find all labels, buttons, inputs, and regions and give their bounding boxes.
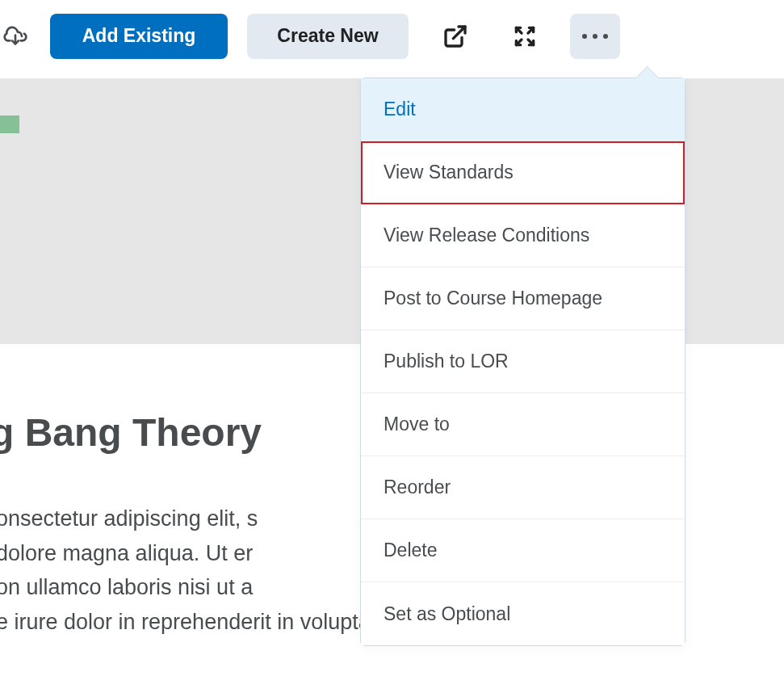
more-icon bbox=[582, 34, 608, 39]
menu-item-publish-to-lor[interactable]: Publish to LOR bbox=[361, 330, 685, 393]
menu-item-view-standards[interactable]: View Standards bbox=[361, 141, 685, 204]
create-new-button[interactable]: Create New bbox=[247, 14, 409, 59]
svg-line-1 bbox=[453, 27, 465, 39]
bookmark-stub bbox=[0, 115, 19, 133]
menu-item-move-to[interactable]: Move to bbox=[361, 393, 685, 456]
menu-item-post-to-course-homepage[interactable]: Post to Course Homepage bbox=[361, 267, 685, 330]
menu-item-set-as-optional[interactable]: Set as Optional bbox=[361, 582, 685, 645]
menu-item-delete[interactable]: Delete bbox=[361, 519, 685, 582]
fullscreen-button[interactable] bbox=[501, 14, 549, 59]
more-actions-button[interactable] bbox=[570, 14, 620, 59]
menu-item-view-release-conditions[interactable]: View Release Conditions bbox=[361, 204, 685, 267]
context-menu: Edit View Standards View Release Conditi… bbox=[360, 78, 685, 646]
add-existing-button[interactable]: Add Existing bbox=[50, 14, 228, 59]
cloud-download-icon[interactable] bbox=[0, 16, 31, 57]
menu-item-reorder[interactable]: Reorder bbox=[361, 456, 685, 519]
menu-item-edit[interactable]: Edit bbox=[361, 78, 685, 141]
toolbar: Add Existing Create New bbox=[0, 0, 784, 79]
open-external-button[interactable] bbox=[431, 14, 480, 59]
